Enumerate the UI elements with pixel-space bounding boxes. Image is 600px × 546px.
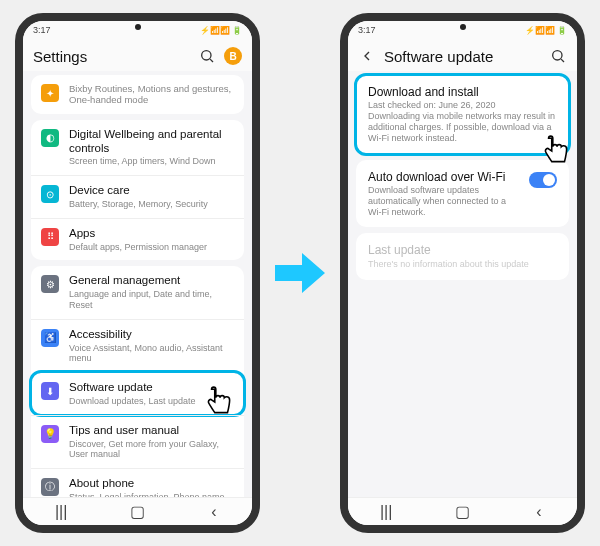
settings-list[interactable]: ✦ Bixby Routines, Motions and gestures, …: [23, 71, 252, 497]
svg-point-0: [202, 51, 211, 60]
row-title: Accessibility: [69, 328, 234, 342]
row-title: Digital Wellbeing and parental controls: [69, 128, 234, 156]
row-bixby[interactable]: ✦ Bixby Routines, Motions and gestures, …: [31, 75, 244, 114]
transition-arrow: [270, 243, 330, 303]
row-download-install[interactable]: Download and install Last checked on: Ju…: [356, 75, 569, 154]
row-auto-download[interactable]: Auto download over Wi-Fi Download softwa…: [356, 160, 569, 228]
row-title: General management: [69, 274, 234, 288]
search-icon[interactable]: [549, 47, 567, 65]
row-title: Auto download over Wi-Fi: [368, 170, 519, 184]
search-icon[interactable]: [198, 47, 216, 65]
row-sub: Screen time, App timers, Wind Down: [69, 156, 234, 167]
row-sub: Default apps, Permission manager: [69, 242, 234, 253]
wellbeing-icon: ◐: [41, 129, 59, 147]
row-general[interactable]: ⚙ General management Language and input,…: [31, 266, 244, 318]
row-apps[interactable]: ⠿ Apps Default apps, Permission manager: [31, 218, 244, 261]
row-sub: Voice Assistant, Mono audio, Assistant m…: [69, 343, 234, 365]
nav-back-icon[interactable]: ‹: [202, 504, 226, 520]
row-title: Download and install: [368, 85, 557, 99]
row-sub: Language and input, Date and time, Reset: [69, 289, 234, 311]
camera-dot: [460, 24, 466, 30]
tips-icon: 💡: [41, 425, 59, 443]
nav-home-icon[interactable]: ▢: [125, 504, 149, 520]
row-sub: Last checked on: June 26, 2020 Downloadi…: [368, 100, 557, 143]
settings-header: Settings B: [23, 39, 252, 71]
status-icons: ⚡📶📶 🔋: [525, 26, 567, 35]
row-title: Tips and user manual: [69, 424, 234, 438]
nav-back-icon[interactable]: ‹: [527, 504, 551, 520]
row-title: About phone: [69, 477, 234, 491]
row-sub: Download software updates automatically …: [368, 185, 519, 217]
camera-dot: [135, 24, 141, 30]
row-sub: Bixby Routines, Motions and gestures, On…: [69, 83, 234, 106]
apps-icon: ⠿: [41, 228, 59, 246]
status-time: 3:17: [358, 25, 376, 35]
accessibility-icon: ♿: [41, 329, 59, 347]
nav-bar: ||| ▢ ‹: [23, 497, 252, 525]
row-title: Software update: [69, 381, 234, 395]
nav-bar: ||| ▢ ‹: [348, 497, 577, 525]
status-time: 3:17: [33, 25, 51, 35]
row-device-care[interactable]: ⊙ Device care Battery, Storage, Memory, …: [31, 175, 244, 218]
row-sub: Download updates, Last update: [69, 396, 234, 407]
row-about-phone[interactable]: ⓘ About phone Status, Legal information,…: [31, 468, 244, 497]
update-title: Software update: [384, 48, 541, 65]
software-update-icon: ⬇: [41, 382, 59, 400]
row-sub: There's no information about this update: [368, 259, 557, 270]
phone-left: 3:17 ⚡📶📶 🔋 Settings B ✦ Bixby Routines, …: [15, 13, 260, 533]
profile-avatar[interactable]: B: [224, 47, 242, 65]
row-sub: Battery, Storage, Memory, Security: [69, 199, 234, 210]
row-software-update[interactable]: ⬇ Software update Download updates, Last…: [31, 372, 244, 415]
status-icons: ⚡📶📶 🔋: [200, 26, 242, 35]
nav-recents-icon[interactable]: |||: [49, 504, 73, 520]
general-icon: ⚙: [41, 275, 59, 293]
row-sub: Discover, Get more from your Galaxy, Use…: [69, 439, 234, 461]
row-sub: Status, Legal information, Phone name: [69, 492, 234, 497]
wifi-toggle[interactable]: [529, 172, 557, 188]
row-title: Last update: [368, 243, 557, 257]
nav-home-icon[interactable]: ▢: [450, 504, 474, 520]
row-title: Device care: [69, 184, 234, 198]
row-title: Apps: [69, 227, 234, 241]
row-wellbeing[interactable]: ◐ Digital Wellbeing and parental control…: [31, 120, 244, 175]
bixby-icon: ✦: [41, 84, 59, 102]
phone-right: 3:17 ⚡📶📶 🔋 Software update Download and …: [340, 13, 585, 533]
back-icon[interactable]: [358, 47, 376, 65]
svg-line-1: [210, 59, 213, 62]
arrow-right-icon: [270, 243, 330, 303]
row-accessibility[interactable]: ♿ Accessibility Voice Assistant, Mono au…: [31, 319, 244, 372]
svg-point-2: [553, 51, 562, 60]
row-last-update: Last update There's no information about…: [356, 233, 569, 279]
settings-title: Settings: [33, 48, 190, 65]
update-list[interactable]: Download and install Last checked on: Ju…: [348, 71, 577, 497]
row-tips[interactable]: 💡 Tips and user manual Discover, Get mor…: [31, 415, 244, 468]
about-phone-icon: ⓘ: [41, 478, 59, 496]
svg-line-3: [561, 59, 564, 62]
update-header: Software update: [348, 39, 577, 71]
device-care-icon: ⊙: [41, 185, 59, 203]
nav-recents-icon[interactable]: |||: [374, 504, 398, 520]
